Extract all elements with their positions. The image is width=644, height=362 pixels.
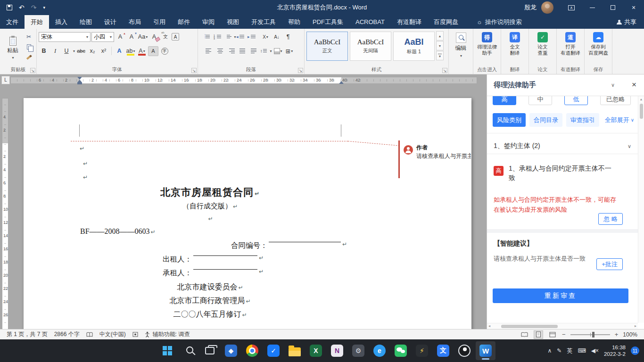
addin-button-论文查重[interactable]: ✓论文查重 [531,31,554,56]
tab-帮助[interactable]: 帮助 [282,15,306,29]
right-indent-marker[interactable] [339,79,344,84]
maximize-button[interactable] [603,0,623,15]
zoom-slider[interactable] [570,334,610,335]
justify-button[interactable] [238,46,248,56]
filter-低[interactable]: 低 [564,96,588,105]
panel-tab-审查指引[interactable]: 审查指引 [566,113,599,127]
scroll-up-icon[interactable]: ▲ [638,98,644,101]
account-name[interactable]: 殷龙 [524,3,537,12]
app-gear[interactable]: ⚙ [348,341,368,360]
text-effects-button[interactable]: A [114,46,124,56]
browser[interactable]: e [370,341,389,360]
start-button[interactable] [157,341,177,360]
grow-font-button[interactable]: A [115,32,125,42]
tab-布局[interactable]: 布局 [123,15,147,29]
format-painter-button[interactable] [24,53,34,62]
styles-more-button[interactable]: ▼ [436,51,444,60]
search-button[interactable] [179,341,198,360]
word[interactable]: W [476,341,495,360]
style-无间隔[interactable]: AaBbCcI无间隔 [350,32,391,61]
tab-设计[interactable]: 设计 [98,15,123,29]
subscript-button[interactable]: x₂ [87,46,98,56]
borders-button[interactable]: ⊞▾ [284,46,295,56]
shading-button[interactable]: ▾ [273,46,283,56]
zoom-out-button[interactable]: − [562,331,566,338]
paste-button[interactable]: 粘贴 ▾ [2,31,24,66]
tab-ACROBAT[interactable]: ACROBAT [349,15,391,29]
widgets-button[interactable]: ◆ [221,341,241,360]
tab-PDF工具集[interactable]: PDF工具集 [306,15,349,29]
tab-绘图[interactable]: 绘图 [74,15,98,29]
comment-text[interactable]: 请核查承租人与开票主 [416,152,471,160]
redo-button[interactable]: ↷ [31,4,37,11]
addin-button-保存到百度网盘[interactable]: ☁保存到百度网盘 [586,31,610,56]
scroll-left-icon[interactable]: ◂ [488,324,490,328]
tab-引用[interactable]: 引用 [147,15,172,29]
character-shading-button[interactable]: A [148,46,158,56]
font-color-button[interactable]: A▾ [137,46,147,56]
taskbar-clock[interactable]: 16:38 2022-3-2 [604,344,626,357]
font-dialog-launcher[interactable]: ↘ [191,68,197,73]
panel-menu-icon[interactable]: ∨ [611,82,615,88]
horizontal-ruler[interactable]: 6422468101214161820222426283032343638404… [10,77,477,84]
avatar[interactable] [541,1,553,14]
italic-button[interactable]: I [50,46,60,56]
addin-button-打开有道翻译[interactable]: 道打开有道翻译 [559,31,582,56]
close-button[interactable]: × [623,0,644,15]
asian-layout-button[interactable]: X▾ [260,32,271,42]
left-indent-marker[interactable] [77,82,82,84]
tab-开发工具[interactable]: 开发工具 [245,15,282,29]
styles-dialog-launcher[interactable]: ↘ [442,68,447,73]
save-icon[interactable] [7,5,12,10]
styles-scroll-down-button[interactable]: ▼ [436,41,444,50]
touch-keyboard-icon[interactable]: ⌨ [578,347,586,354]
styles-scroll-up-button[interactable]: ▲ [436,31,444,41]
cut-button[interactable]: ✂ [24,32,34,41]
task-view-button[interactable] [200,341,220,360]
addin-button-得理法律助手[interactable]: 得得理法律助手 [475,31,499,56]
horizontal-scroll-thumb[interactable] [501,325,558,328]
app-clip[interactable]: ⚡ [412,341,432,360]
clipboard-dialog-launcher[interactable]: ↘ [30,68,35,73]
filter-已忽略[interactable]: 已忽略 [600,96,631,105]
macro-record-icon[interactable] [132,332,138,337]
editing-button[interactable]: 编辑 ▾ [451,31,471,58]
align-center-button[interactable] [215,46,225,56]
tab-有道翻译[interactable]: 有道翻译 [391,15,428,29]
accessibility-status[interactable]: 辅助功能: 调查 [153,330,190,338]
word-count[interactable]: 2866 个字 [54,330,80,338]
change-case-button[interactable]: Aa▾ [138,32,148,42]
sort-button[interactable]: A↓ [272,32,282,42]
increase-indent-button[interactable] [249,32,259,42]
language-indicator[interactable]: 中文(中国) [99,330,126,338]
underline-caret-icon[interactable]: ▾ [73,49,75,53]
hanging-indent-marker[interactable] [77,77,82,82]
align-left-button[interactable] [204,46,214,56]
risk-section-header[interactable]: 1、签约主体 (2) ∨ [494,139,631,154]
filter-高[interactable]: 高 [493,96,516,105]
ime-indicator[interactable]: 英 [567,347,572,355]
tell-me-search[interactable]: ☼ 操作说明搜索 [477,15,522,29]
tab-开始[interactable]: 开始 [25,15,49,29]
file-explorer[interactable] [285,341,305,360]
style-正文[interactable]: AaBbCcI正文 [306,32,348,61]
web-layout-button[interactable] [548,330,557,339]
obs[interactable] [454,341,474,360]
notification-badge[interactable]: 11 [631,346,639,355]
expand-all-link[interactable]: 全部展开∨ [605,116,634,124]
superscript-button[interactable]: x² [99,46,109,56]
wechat[interactable] [391,341,411,360]
tray-chevron-up-icon[interactable]: ∧ [548,347,552,354]
zoom-slider-thumb[interactable] [592,332,594,337]
highlight-button[interactable]: ab▾ [125,46,136,56]
tab-审阅[interactable]: 审阅 [196,15,221,29]
print-layout-button[interactable] [534,330,543,339]
docs[interactable]: 文 [433,341,453,360]
filter-中[interactable]: 中 [528,96,552,105]
tray-pen-icon[interactable]: ✎ [557,347,561,354]
panel-vertical-scrollbar[interactable]: ▲ [638,96,644,323]
bold-button[interactable]: B [39,46,49,56]
read-mode-button[interactable] [520,330,529,339]
risk-item-title[interactable]: 1、承租人与合同约定开票主体不一致 [509,164,616,182]
volume-muted-icon[interactable]: ◀× [591,347,599,354]
